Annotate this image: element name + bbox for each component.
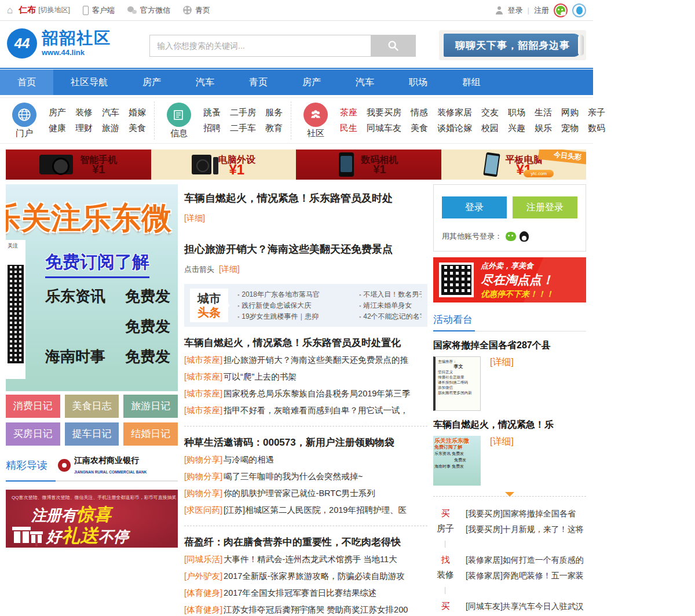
- deal-smartphone[interactable]: 智能手机 ¥1: [6, 150, 151, 180]
- detail-link[interactable]: [详细]: [490, 436, 514, 486]
- cat-link[interactable]: 旅游: [102, 123, 119, 134]
- cat-link[interactable]: 情感: [411, 107, 428, 118]
- search-input[interactable]: [149, 35, 371, 57]
- ytc-button[interactable]: ytc.com: [524, 170, 554, 177]
- nav-item-property-2[interactable]: 房产: [285, 70, 338, 95]
- deal-digital-camera[interactable]: 数码相机 ¥1: [296, 150, 441, 180]
- login-button[interactable]: 登录: [442, 196, 507, 218]
- home-icon[interactable]: ⌂: [7, 5, 13, 16]
- cat-link[interactable]: 教育: [265, 123, 283, 134]
- feed-item[interactable]: [体育健身]2017年全国女排冠军赛首日比赛结果综述: [184, 585, 427, 602]
- cat-link[interactable]: 招聘: [203, 123, 221, 134]
- forum-tag[interactable]: [购物分享]: [184, 455, 222, 464]
- feed-item[interactable]: [购物分享]你的肌肤护理管家已就位-BRTC男士系列: [184, 485, 427, 502]
- feed-item[interactable]: [城市茶座]担心旅游开销大？海南这些美翻天还免费景点的推: [184, 352, 427, 369]
- headline-link[interactable]: ▪不堪入目！数名男子在女: [359, 290, 422, 300]
- site-logo[interactable]: 44 韶韶社区 www.44.link: [7, 28, 111, 59]
- globe-icon[interactable]: [12, 103, 36, 127]
- detail-link[interactable]: [详细]: [184, 213, 205, 223]
- feed-item[interactable]: [求医问药][江苏]相城区第二人民医院，2019年招聘护理、医: [184, 502, 427, 519]
- feed-item[interactable]: [城市茶座]指甲不好看，灰暗难看而感到自卑？用它试一试，: [184, 402, 427, 419]
- nav-item-community-guide[interactable]: 社区导航: [53, 70, 125, 95]
- region-name[interactable]: 仁布: [19, 5, 36, 16]
- cat-link[interactable]: 二手房: [230, 107, 256, 118]
- newspaper-icon[interactable]: [167, 103, 191, 127]
- section-headline[interactable]: 车辆自燃起火，情况紧急！乐东路管员及时处置化: [184, 336, 427, 349]
- cat-link[interactable]: 亲子: [588, 107, 605, 118]
- feed-item[interactable]: [购物分享]喝了三年咖啡的我为什么会突然戒掉~: [184, 468, 427, 485]
- cat-link[interactable]: 娱乐: [535, 123, 552, 134]
- cat-link[interactable]: 二手车: [230, 123, 256, 134]
- forum-tag[interactable]: [体育健身]: [184, 588, 222, 597]
- header-banner-ad[interactable]: 聊聊天下事，韶韶身边事: [439, 30, 586, 60]
- feed-item[interactable]: [户外驴友]2017全新版-张家界旅游攻略，防骗必读自助游攻: [184, 568, 427, 585]
- cat-link[interactable]: 装修: [75, 107, 93, 118]
- qq-login-icon[interactable]: [520, 231, 529, 242]
- activity-title[interactable]: 车辆自燃起火，情况紧急！乐: [433, 419, 586, 431]
- quick-link[interactable]: [我要买房]十月新规，来了！这将: [466, 522, 584, 537]
- nav-item-home[interactable]: 首页: [0, 70, 53, 95]
- forum-tag[interactable]: [购物分享]: [184, 472, 222, 481]
- headline-link[interactable]: ▪靖江未婚单身女: [359, 301, 422, 311]
- cat-link[interactable]: 兴趣: [508, 123, 525, 134]
- ledong-wechat-promo-image[interactable]: 乐关注乐东微 免费订阅了解 乐东资讯 免费发 免费发 海南时事 免费发 关注: [6, 184, 178, 391]
- headline-link[interactable]: ▪2018年广东各地市落马官: [237, 290, 353, 300]
- register-link[interactable]: 注册: [534, 5, 549, 16]
- category-label-portal[interactable]: 门户: [16, 128, 33, 139]
- nav-item-qingye[interactable]: 青页: [232, 70, 285, 95]
- switch-region-link[interactable]: [切换地区]: [38, 5, 70, 15]
- section-headline[interactable]: 种草生活邀请码：000573，新用户注册领购物袋: [184, 436, 427, 449]
- cat-link[interactable]: 婚嫁: [129, 107, 146, 118]
- activity-thumbnail[interactable]: 主编推荐： 李文 坚持正义 传播社会正能量 请长按扫描二维码 添加微信 朋友圈有…: [433, 356, 481, 411]
- forum-tag[interactable]: [城市茶座]: [184, 372, 222, 381]
- forum-tag[interactable]: [求医问药]: [184, 505, 222, 515]
- login-link[interactable]: 登录: [508, 5, 523, 16]
- activities-title[interactable]: 活动看台: [433, 314, 473, 325]
- diary-button-house[interactable]: 买房日记: [6, 422, 60, 446]
- cat-link[interactable]: 汽车: [102, 107, 119, 118]
- search-button[interactable]: [371, 35, 416, 57]
- qingye-link[interactable]: 青页: [183, 5, 210, 16]
- cat-link[interactable]: 生活: [535, 107, 552, 118]
- nav-item-property[interactable]: 房产: [125, 70, 178, 95]
- cat-link[interactable]: 美食: [411, 123, 428, 134]
- cat-link[interactable]: 健康: [49, 123, 66, 134]
- cat-link[interactable]: 谈婚论嫁: [437, 123, 472, 134]
- top-story-title[interactable]: 车辆自燃起火，情况紧急！乐东路管员及时处: [184, 191, 427, 205]
- cat-link[interactable]: 宠物: [561, 123, 579, 134]
- cat-link[interactable]: 服务: [265, 107, 283, 118]
- feed-item[interactable]: [城市茶座]可以“爬”上去的书架: [184, 369, 427, 385]
- forum-tag[interactable]: [户外驴友]: [184, 571, 222, 581]
- bank-logo[interactable]: 江南农村商业银行 JIANGNAN RURAL COMMERCIAL BANK: [58, 455, 147, 476]
- cat-link[interactable]: 美食: [129, 123, 146, 134]
- collapse-arrow-icon[interactable]: [505, 492, 514, 501]
- register-gift-ad[interactable]: QQ首次登陆、微博首次登陆、微信关注、手机注册全都送彩币，彩币可直接抽奖 注册有…: [6, 490, 178, 548]
- register-login-button[interactable]: 注册登录: [513, 196, 577, 218]
- forum-tag[interactable]: [城市茶座]: [184, 389, 222, 398]
- deal-pc-peripherals[interactable]: 电脑外设 ¥1: [151, 150, 297, 180]
- forum-tag[interactable]: [购物分享]: [184, 489, 222, 498]
- top-story-title[interactable]: 担心旅游开销大？海南这些美翻天还免费景点: [184, 242, 427, 256]
- category-label-community[interactable]: 社区: [307, 128, 324, 139]
- diary-button-wedding[interactable]: 结婚日记: [123, 422, 178, 446]
- cat-link[interactable]: 房产: [49, 107, 66, 118]
- highlights-title[interactable]: 精彩导读: [6, 458, 47, 472]
- quick-link[interactable]: [装修家居]奔跑吧装修！五一家装: [466, 568, 584, 584]
- cat-link[interactable]: 交友: [481, 107, 499, 118]
- wechat-login-icon[interactable]: [506, 232, 516, 241]
- cat-link-hot[interactable]: 民生: [340, 123, 357, 134]
- deal-tablet[interactable]: 平板电脑 ¥1 今日头彩 ytc.com: [441, 150, 587, 180]
- feed-item[interactable]: [体育健身]江苏女排夺冠后龚翔宇痛哭 赞助商奖江苏女排200: [184, 602, 427, 616]
- diary-button-travel[interactable]: 旅游日记: [123, 395, 178, 418]
- activity-title[interactable]: 国家将撤掉全国各省287个县: [433, 340, 586, 352]
- forum-tag[interactable]: [城市茶座]: [184, 406, 222, 415]
- diary-button-car[interactable]: 提车日记: [65, 422, 119, 446]
- cat-link[interactable]: 我要买房: [367, 107, 401, 118]
- forum-tag[interactable]: [体育健身]: [184, 605, 222, 614]
- activity-thumbnail[interactable]: 乐关注乐东微 免费订阅了解 乐东资讯 免费发 免费发 海南时事 免费发: [433, 436, 481, 486]
- quick-link[interactable]: [我要买房]国家将撤掉全国各省: [466, 506, 584, 522]
- nav-item-career[interactable]: 职场: [392, 70, 445, 95]
- cat-link[interactable]: 跳蚤: [203, 107, 221, 118]
- diary-button-food[interactable]: 美食日志: [65, 395, 119, 418]
- category-label-info[interactable]: 信息: [170, 128, 188, 139]
